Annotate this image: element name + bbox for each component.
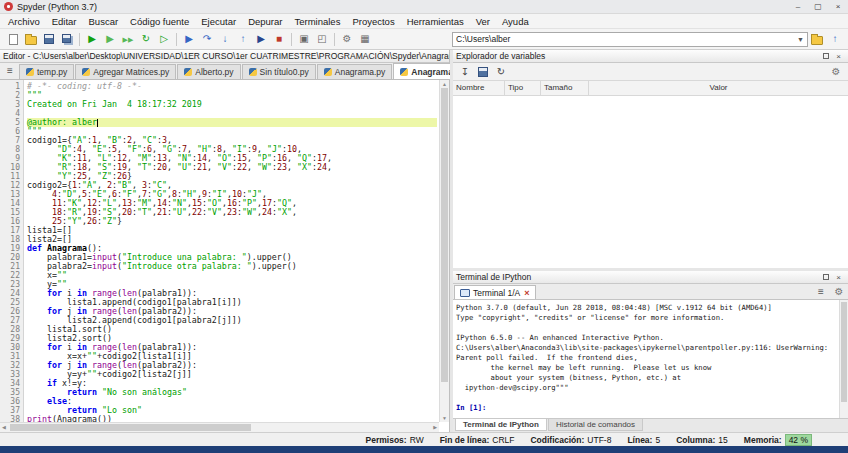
- status-memoria: Memoria:42 %: [744, 435, 812, 445]
- ve-float-pane-icon[interactable]: [819, 51, 832, 62]
- tab-alberto-py[interactable]: Alberto.py: [177, 64, 240, 79]
- tab-agregar-matrices-py[interactable]: Agregar Matrices.py: [75, 64, 176, 79]
- line-number: 34: [0, 379, 20, 388]
- line-number: 19: [0, 244, 20, 253]
- toolbar-separator: [176, 33, 177, 46]
- close-button[interactable]: ×: [828, 0, 848, 13]
- console-tab-label: Terminal 1/A: [473, 288, 520, 298]
- tab-anagrama-py[interactable]: Anagrama.py: [317, 64, 393, 79]
- minimize-button[interactable]: –: [788, 0, 808, 13]
- console-output[interactable]: Python 3.7.0 (default, Jun 28 2018, 08:0…: [453, 300, 848, 418]
- close-console-icon[interactable]: ×: [524, 288, 529, 298]
- menu-terminales[interactable]: Terminales: [288, 15, 346, 28]
- run-cell-advance-icon[interactable]: ▶▶: [119, 30, 137, 48]
- menu-proyectos[interactable]: Proyectos: [346, 15, 400, 28]
- step-over-icon[interactable]: ↷: [198, 30, 216, 48]
- line-number: 27: [0, 316, 20, 325]
- code-lines[interactable]: # -*- coding: utf-8 -*-"""Created on Fri…: [24, 80, 449, 432]
- console-line: ipython-dev@scipy.org""": [456, 383, 836, 393]
- column-header-nombre[interactable]: Nombre: [453, 81, 505, 95]
- ipython-close-pane-icon[interactable]: ×: [832, 272, 845, 283]
- import-data-icon[interactable]: ↧: [456, 63, 474, 81]
- column-header-tipo[interactable]: Tipo: [505, 81, 541, 95]
- continue-debug-icon[interactable]: ▶: [252, 30, 270, 48]
- editor-vscroll-thumb[interactable]: [441, 88, 448, 382]
- menu-herramientas[interactable]: Herramientas: [401, 15, 470, 28]
- scroll-down-icon[interactable]: ▼: [440, 415, 449, 421]
- line-number: 16: [0, 217, 20, 226]
- new-file-icon[interactable]: [4, 30, 22, 48]
- maximize-pane-icon[interactable]: ▣: [295, 30, 313, 48]
- run-cell-icon[interactable]: ▶: [101, 30, 119, 48]
- rerun-cell-icon[interactable]: ↻: [137, 30, 155, 48]
- variable-explorer-options: ⚙: [827, 63, 845, 81]
- bottom-tab-historial-de-comandos[interactable]: Historial de comandos: [548, 419, 643, 431]
- window-controls: –▢×: [788, 0, 848, 13]
- float-icon: [823, 274, 829, 280]
- variable-explorer-options-icon[interactable]: ⚙: [827, 63, 845, 81]
- save-all-icon[interactable]: [58, 30, 76, 48]
- console-menu-icon[interactable]: ≡: [812, 283, 830, 301]
- parent-directory-icon[interactable]: ↑: [826, 30, 844, 48]
- menu-archivo[interactable]: Archivo: [2, 15, 46, 28]
- variable-table-body[interactable]: [453, 96, 848, 268]
- menu-ver[interactable]: Ver: [470, 15, 496, 28]
- debug-icon[interactable]: ▶: [180, 30, 198, 48]
- save-data-icon[interactable]: [474, 63, 492, 81]
- tab-sin-titulo0-py[interactable]: Sin título0.py: [242, 64, 316, 79]
- column-header-tamano[interactable]: Tamaño: [541, 81, 589, 95]
- stop-debug-icon[interactable]: ■: [270, 30, 288, 48]
- line-number: 31: [0, 352, 20, 361]
- open-file-icon[interactable]: [22, 30, 40, 48]
- console-tabbar: Terminal 1/A × ≡⚙: [453, 284, 848, 300]
- preferences-icon[interactable]: ⚙: [338, 30, 356, 48]
- editor-horizontal-scrollbar[interactable]: ◀ ▶: [0, 422, 439, 432]
- scroll-up-icon[interactable]: ▲: [440, 81, 449, 87]
- console-options-icon[interactable]: ⚙: [830, 283, 848, 301]
- save-icon[interactable]: [40, 30, 58, 48]
- ipython-float-pane-icon[interactable]: [819, 272, 832, 283]
- menu-depurar[interactable]: Depurar: [242, 15, 288, 28]
- console-tab-terminal-1a[interactable]: Terminal 1/A ×: [454, 285, 536, 299]
- step-into-icon[interactable]: ↓: [216, 30, 234, 48]
- status-permisos: Permisos:RW: [366, 435, 424, 445]
- browse-tabs-icon[interactable]: ≡: [1, 62, 19, 80]
- maximize-button[interactable]: ▢: [808, 0, 828, 13]
- browse-working-directory-icon[interactable]: [808, 30, 826, 48]
- run-selection-icon[interactable]: ▷: [155, 30, 173, 48]
- menu-ayuda[interactable]: Ayuda: [496, 15, 535, 28]
- tab-temp-py[interactable]: temp.py: [19, 64, 74, 79]
- fullscreen-icon[interactable]: ◰: [313, 30, 331, 48]
- line-numbers: 1234567891011121314151617181920212223242…: [0, 80, 24, 432]
- console-scrollbar[interactable]: [839, 300, 848, 418]
- line-number: 18: [0, 235, 20, 244]
- bottom-tab-terminal-de-ipython[interactable]: Terminal de IPython: [455, 419, 547, 431]
- editor-tabbar-left-icons: ≡: [1, 63, 19, 79]
- menu-ejecutar[interactable]: Ejecutar: [195, 15, 242, 28]
- line-number: 17: [0, 226, 20, 235]
- scroll-right-icon[interactable]: ▶: [433, 424, 437, 430]
- editor-pane-title: Editor - C:\Users\alber\Desktop\UNIVERSI…: [3, 51, 449, 61]
- main-toolbar: ▶▶▶▶↻▷▶↷↓↑▶■▣◰⚙▦ C:\Users\alber ▼ ↑: [0, 29, 848, 50]
- console-line: the kernel may be left running. Please l…: [456, 363, 836, 373]
- line-number: 32: [0, 361, 20, 370]
- menu-codigo-fuente[interactable]: Código fuente: [124, 15, 195, 28]
- line-number: 3: [0, 100, 20, 109]
- editor-vertical-scrollbar[interactable]: ▲ ▼: [439, 80, 449, 422]
- scroll-left-icon[interactable]: ◀: [2, 424, 6, 430]
- console-scroll-thumb[interactable]: [841, 302, 847, 402]
- panes-layout-icon[interactable]: ▦: [356, 30, 374, 48]
- column-header-valor[interactable]: Valor: [589, 81, 848, 95]
- refresh-variables-icon[interactable]: ↻: [492, 63, 510, 81]
- editor-pane-header: Editor - C:\Users\alber\Desktop\UNIVERSI…: [0, 50, 449, 63]
- working-directory-combobox[interactable]: C:\Users\alber ▼: [452, 32, 808, 47]
- menu-editar[interactable]: Editar: [46, 15, 83, 28]
- status-columna: Columna:15: [676, 435, 728, 445]
- ve-close-pane-icon[interactable]: ×: [832, 51, 845, 62]
- editor-hscroll-thumb[interactable]: [10, 424, 251, 431]
- menu-buscar[interactable]: Buscar: [83, 15, 125, 28]
- step-out-icon[interactable]: ↑: [234, 30, 252, 48]
- console-line: about your system (bitness, Python, etc.…: [456, 373, 836, 383]
- run-icon[interactable]: ▶: [83, 30, 101, 48]
- editor-code-area[interactable]: 1234567891011121314151617181920212223242…: [0, 80, 449, 432]
